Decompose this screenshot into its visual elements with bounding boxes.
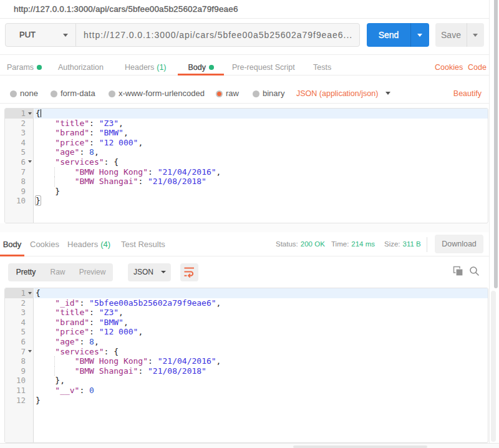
code-line: },	[34, 376, 488, 386]
fold-caret-icon[interactable]	[28, 112, 32, 115]
time-meta: Time:214 ms	[331, 232, 375, 256]
code-link[interactable]: Code	[468, 56, 487, 75]
radio-raw[interactable]: raw	[226, 76, 239, 104]
line-number: 2	[5, 298, 33, 308]
postman-window: http://127.0.0.1:3000/api/cars/5bfee00a5…	[0, 0, 499, 448]
radio-none-circle	[10, 90, 17, 97]
request-builder-row: PUT http://127.0.0.1:3000/api/cars/5bfee…	[0, 19, 489, 55]
tab-body[interactable]: Body	[178, 56, 224, 75]
url-value: http://127.0.0.1:3000/api/cars/5bfee00a5…	[84, 30, 352, 40]
view-raw[interactable]: Raw	[44, 263, 72, 281]
response-format-label: JSON	[133, 263, 153, 281]
radio-raw-circle-selected	[216, 90, 223, 97]
beautify-link[interactable]: Beautify	[453, 76, 482, 104]
request-title: http://127.0.0.1:3000/api/cars/5bfee00a5…	[14, 4, 238, 14]
code-line: "services": {	[34, 347, 488, 357]
view-preview[interactable]: Preview	[72, 263, 113, 281]
search-response-button[interactable]	[467, 264, 482, 280]
request-editor-gutter: 12345678910	[5, 109, 34, 223]
line-number: 8	[5, 177, 33, 187]
tab-params-label: Params	[7, 63, 34, 72]
view-segmented-control: Pretty Raw Preview	[8, 263, 113, 281]
code-line: "BMW Shangai": "21/08/2018"	[34, 177, 488, 187]
response-editor-gutter: 123456789101112	[5, 288, 34, 442]
code-line: }	[34, 196, 488, 206]
window-scrollbar-thumb[interactable]	[494, 0, 498, 288]
radio-form-data[interactable]: form-data	[61, 76, 95, 104]
line-number: 8	[5, 356, 33, 366]
tab-tests[interactable]: Tests	[313, 56, 331, 75]
save-button[interactable]: Save	[435, 23, 467, 47]
line-number: 10	[5, 196, 33, 206]
response-divider-band	[0, 223, 489, 232]
response-toolbar: Pretty Raw Preview JSON	[0, 257, 489, 287]
response-tab-headers[interactable]: Headers(4)	[67, 232, 110, 256]
right-scrollbar-zone	[489, 0, 499, 443]
headers-count-badge: (1)	[157, 63, 166, 72]
send-options-button[interactable]	[410, 23, 429, 47]
line-number: 3	[5, 308, 33, 318]
tab-authorization-label: Authorization	[58, 63, 104, 72]
send-button[interactable]: Send	[367, 23, 410, 47]
line-number: 7	[5, 167, 33, 177]
copy-response-button[interactable]	[450, 264, 465, 280]
radio-none[interactable]: none	[20, 76, 38, 104]
line-number: 3	[5, 128, 33, 138]
status-meta: Status:200 OK	[276, 232, 325, 256]
content-type-select[interactable]: JSON (application/json)	[296, 76, 390, 104]
send-button-group: Send	[367, 23, 429, 47]
tab-tests-label: Tests	[313, 63, 331, 72]
fold-caret-icon[interactable]	[28, 292, 32, 295]
cookies-link[interactable]: Cookies	[435, 56, 463, 75]
code-line: "price": "12 000",	[34, 138, 488, 148]
code-line: "title": "Z3",	[34, 119, 488, 129]
horizontal-scrollbar-thumb[interactable]	[293, 446, 427, 448]
fold-caret-icon[interactable]	[28, 160, 32, 163]
tab-params[interactable]: Params	[7, 56, 42, 75]
tab-headers[interactable]: Headers(1)	[125, 56, 167, 75]
line-number: 12	[5, 396, 33, 406]
wrap-lines-icon	[184, 267, 195, 278]
status-value: 200 OK	[301, 240, 325, 248]
radio-binary[interactable]: binary	[263, 76, 284, 104]
response-body-editor[interactable]: 123456789101112 { "_id": "5bfee00a5b2560…	[4, 288, 488, 443]
view-pretty[interactable]: Pretty	[8, 263, 44, 281]
response-format-caret-icon	[161, 271, 166, 273]
response-headers-count-badge: (4)	[100, 240, 110, 249]
fold-caret-icon[interactable]	[28, 350, 32, 353]
response-tab-test-results[interactable]: Test Results	[121, 232, 165, 256]
request-body-editor[interactable]: 12345678910 { "title": "Z3", "brand": "B…	[4, 108, 488, 223]
line-number: 4	[5, 318, 33, 328]
line-number: 5	[5, 147, 33, 157]
line-number: 9	[5, 366, 33, 376]
code-line: "price": "12 000",	[34, 327, 488, 337]
radio-x-www-form-urlencoded[interactable]: x-www-form-urlencoded	[119, 76, 205, 104]
method-label: PUT	[19, 30, 36, 39]
text-cursor	[41, 109, 41, 117]
tab-authorization[interactable]: Authorization	[58, 56, 104, 75]
tab-body-label: Body	[188, 63, 206, 72]
method-select[interactable]: PUT	[6, 24, 76, 46]
save-caret-icon	[473, 34, 478, 37]
line-number: 7	[5, 347, 33, 357]
response-tab-body[interactable]: Body	[0, 232, 24, 256]
line-number: 1	[5, 109, 33, 119]
response-format-select[interactable]: JSON	[128, 263, 171, 281]
code-line: {	[34, 109, 488, 119]
code-line: "age": 8,	[34, 147, 488, 157]
response-tab-cookies[interactable]: Cookies	[30, 232, 59, 256]
radio-x-www-label: x-www-form-urlencoded	[119, 76, 205, 111]
status-label: Status:	[276, 240, 298, 248]
wrap-lines-button[interactable]	[180, 263, 198, 281]
response-scrollbar-thumb[interactable]	[491, 291, 496, 442]
save-options-button[interactable]	[467, 23, 484, 47]
response-tab-headers-label: Headers	[67, 240, 98, 249]
radio-raw-label: raw	[226, 76, 239, 111]
radio-none-label: none	[20, 76, 38, 111]
size-meta: Size:311 B	[384, 232, 421, 256]
line-number: 9	[5, 187, 33, 197]
tab-pre-request-script[interactable]: Pre-request Script	[232, 56, 295, 75]
download-button[interactable]: Download	[435, 235, 483, 253]
url-input[interactable]: http://127.0.0.1:3000/api/cars/5bfee00a5…	[76, 24, 359, 46]
tab-headers-label: Headers	[125, 63, 154, 72]
